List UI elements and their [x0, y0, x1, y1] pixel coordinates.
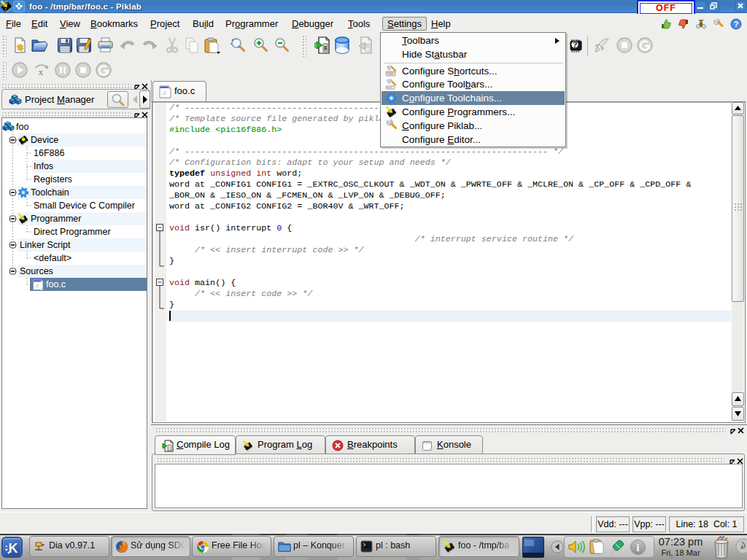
svg-text:?: ? — [734, 20, 739, 28]
svg-text:g: g — [324, 44, 327, 50]
svg-text:x: x — [39, 66, 44, 77]
svg-text:.c: .c — [162, 89, 167, 96]
svg-text:i: i — [637, 542, 640, 553]
svg-text:?: ? — [573, 40, 578, 49]
svg-text:K: K — [9, 541, 18, 556]
svg-text:.c: .c — [35, 282, 39, 289]
